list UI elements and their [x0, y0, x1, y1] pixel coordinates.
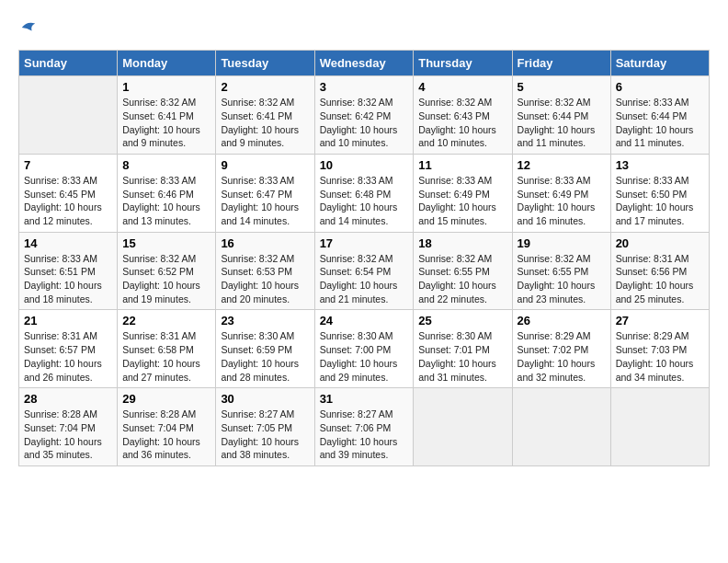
calendar-cell: 26Sunrise: 8:29 AM Sunset: 7:02 PM Dayli… [512, 310, 610, 388]
cell-content: Sunrise: 8:32 AM Sunset: 6:52 PM Dayligh… [122, 252, 210, 306]
day-number: 17 [320, 236, 409, 250]
day-number: 30 [221, 392, 309, 406]
day-number: 24 [320, 314, 409, 327]
column-header-friday: Friday [512, 51, 610, 76]
calendar-cell: 4Sunrise: 8:32 AM Sunset: 6:43 PM Daylig… [414, 76, 512, 155]
cell-content: Sunrise: 8:33 AM Sunset: 6:46 PM Dayligh… [122, 174, 210, 228]
day-number: 18 [418, 236, 506, 250]
calendar-cell: 30Sunrise: 8:27 AM Sunset: 7:05 PM Dayli… [216, 388, 314, 466]
day-number: 23 [221, 314, 309, 327]
day-number: 5 [518, 80, 606, 94]
calendar-cell: 23Sunrise: 8:30 AM Sunset: 6:59 PM Dayli… [216, 310, 314, 388]
cell-content: Sunrise: 8:29 AM Sunset: 7:03 PM Dayligh… [616, 329, 704, 384]
cell-content: Sunrise: 8:28 AM Sunset: 7:04 PM Dayligh… [24, 408, 112, 462]
day-number: 28 [24, 392, 112, 406]
calendar-cell: 1Sunrise: 8:32 AM Sunset: 6:41 PM Daylig… [118, 76, 216, 155]
calendar-cell: 14Sunrise: 8:33 AM Sunset: 6:51 PM Dayli… [19, 232, 118, 310]
day-number: 15 [122, 236, 210, 250]
cell-content: Sunrise: 8:32 AM Sunset: 6:43 PM Dayligh… [418, 96, 506, 150]
calendar-cell [512, 388, 610, 466]
page-header [18, 18, 710, 40]
calendar-cell: 21Sunrise: 8:31 AM Sunset: 6:57 PM Dayli… [19, 310, 118, 388]
day-number: 6 [616, 80, 704, 94]
calendar-cell: 19Sunrise: 8:32 AM Sunset: 6:55 PM Dayli… [512, 232, 610, 310]
day-number: 21 [24, 314, 112, 327]
column-header-tuesday: Tuesday [216, 51, 314, 76]
cell-content: Sunrise: 8:33 AM Sunset: 6:49 PM Dayligh… [418, 174, 506, 228]
calendar-cell: 13Sunrise: 8:33 AM Sunset: 6:50 PM Dayli… [610, 154, 709, 232]
calendar-cell: 9Sunrise: 8:33 AM Sunset: 6:47 PM Daylig… [216, 154, 314, 232]
calendar-cell: 12Sunrise: 8:33 AM Sunset: 6:49 PM Dayli… [512, 154, 610, 232]
calendar-cell: 6Sunrise: 8:33 AM Sunset: 6:44 PM Daylig… [610, 76, 709, 155]
cell-content: Sunrise: 8:32 AM Sunset: 6:42 PM Dayligh… [320, 96, 409, 150]
cell-content: Sunrise: 8:33 AM Sunset: 6:50 PM Dayligh… [616, 174, 704, 228]
calendar-week-row: 14Sunrise: 8:33 AM Sunset: 6:51 PM Dayli… [19, 232, 710, 310]
cell-content: Sunrise: 8:33 AM Sunset: 6:44 PM Dayligh… [616, 96, 704, 150]
calendar-cell: 28Sunrise: 8:28 AM Sunset: 7:04 PM Dayli… [19, 388, 118, 466]
calendar-cell: 2Sunrise: 8:32 AM Sunset: 6:41 PM Daylig… [216, 76, 314, 155]
day-number: 31 [320, 392, 409, 406]
column-header-sunday: Sunday [19, 51, 118, 76]
calendar-cell: 17Sunrise: 8:32 AM Sunset: 6:54 PM Dayli… [314, 232, 414, 310]
calendar-cell: 7Sunrise: 8:33 AM Sunset: 6:45 PM Daylig… [19, 154, 118, 232]
calendar-cell: 11Sunrise: 8:33 AM Sunset: 6:49 PM Dayli… [414, 154, 512, 232]
cell-content: Sunrise: 8:33 AM Sunset: 6:51 PM Dayligh… [24, 252, 112, 306]
day-number: 12 [518, 158, 606, 172]
column-header-saturday: Saturday [610, 51, 709, 76]
cell-content: Sunrise: 8:28 AM Sunset: 7:04 PM Dayligh… [122, 408, 210, 462]
day-number: 13 [616, 158, 704, 172]
cell-content: Sunrise: 8:29 AM Sunset: 7:02 PM Dayligh… [518, 329, 606, 384]
calendar-cell: 8Sunrise: 8:33 AM Sunset: 6:46 PM Daylig… [118, 154, 216, 232]
calendar-cell: 20Sunrise: 8:31 AM Sunset: 6:56 PM Dayli… [610, 232, 709, 310]
day-number: 27 [616, 314, 704, 327]
calendar-cell [414, 388, 512, 466]
day-number: 14 [24, 236, 112, 250]
cell-content: Sunrise: 8:30 AM Sunset: 6:59 PM Dayligh… [221, 329, 309, 384]
day-number: 19 [518, 236, 606, 250]
calendar-cell: 18Sunrise: 8:32 AM Sunset: 6:55 PM Dayli… [414, 232, 512, 310]
calendar-cell: 16Sunrise: 8:32 AM Sunset: 6:53 PM Dayli… [216, 232, 314, 310]
calendar-week-row: 1Sunrise: 8:32 AM Sunset: 6:41 PM Daylig… [19, 76, 710, 155]
day-number: 3 [320, 80, 409, 94]
day-number: 7 [24, 158, 112, 172]
day-number: 2 [221, 80, 309, 94]
logo-bird-icon [20, 19, 37, 36]
day-number: 9 [221, 158, 309, 172]
day-number: 20 [616, 236, 704, 250]
day-number: 10 [320, 158, 409, 172]
calendar-cell: 27Sunrise: 8:29 AM Sunset: 7:03 PM Dayli… [610, 310, 709, 388]
cell-content: Sunrise: 8:30 AM Sunset: 7:01 PM Dayligh… [418, 329, 506, 384]
cell-content: Sunrise: 8:33 AM Sunset: 6:47 PM Dayligh… [221, 174, 309, 228]
cell-content: Sunrise: 8:32 AM Sunset: 6:44 PM Dayligh… [518, 96, 606, 150]
cell-content: Sunrise: 8:31 AM Sunset: 6:58 PM Dayligh… [122, 329, 210, 384]
cell-content: Sunrise: 8:32 AM Sunset: 6:54 PM Dayligh… [320, 252, 409, 306]
calendar-cell: 10Sunrise: 8:33 AM Sunset: 6:48 PM Dayli… [314, 154, 414, 232]
logo-text [18, 18, 37, 40]
calendar-week-row: 7Sunrise: 8:33 AM Sunset: 6:45 PM Daylig… [19, 154, 710, 232]
day-number: 1 [122, 80, 210, 94]
cell-content: Sunrise: 8:33 AM Sunset: 6:48 PM Dayligh… [320, 174, 409, 228]
column-header-thursday: Thursday [414, 51, 512, 76]
cell-content: Sunrise: 8:31 AM Sunset: 6:56 PM Dayligh… [616, 252, 704, 306]
day-number: 8 [122, 158, 210, 172]
calendar-cell: 31Sunrise: 8:27 AM Sunset: 7:06 PM Dayli… [314, 388, 414, 466]
cell-content: Sunrise: 8:32 AM Sunset: 6:53 PM Dayligh… [221, 252, 309, 306]
day-number: 29 [122, 392, 210, 406]
calendar-week-row: 21Sunrise: 8:31 AM Sunset: 6:57 PM Dayli… [19, 310, 710, 388]
day-number: 26 [518, 314, 606, 327]
cell-content: Sunrise: 8:33 AM Sunset: 6:49 PM Dayligh… [518, 174, 606, 228]
cell-content: Sunrise: 8:27 AM Sunset: 7:05 PM Dayligh… [221, 408, 309, 462]
day-number: 4 [418, 80, 506, 94]
cell-content: Sunrise: 8:32 AM Sunset: 6:41 PM Dayligh… [221, 96, 309, 150]
cell-content: Sunrise: 8:31 AM Sunset: 6:57 PM Dayligh… [24, 329, 112, 384]
cell-content: Sunrise: 8:27 AM Sunset: 7:06 PM Dayligh… [320, 408, 409, 462]
day-number: 11 [418, 158, 506, 172]
calendar-header-row: SundayMondayTuesdayWednesdayThursdayFrid… [19, 51, 710, 76]
cell-content: Sunrise: 8:32 AM Sunset: 6:41 PM Dayligh… [122, 96, 210, 150]
cell-content: Sunrise: 8:33 AM Sunset: 6:45 PM Dayligh… [24, 174, 112, 228]
calendar-cell: 22Sunrise: 8:31 AM Sunset: 6:58 PM Dayli… [118, 310, 216, 388]
calendar-cell [19, 76, 118, 155]
calendar-cell: 5Sunrise: 8:32 AM Sunset: 6:44 PM Daylig… [512, 76, 610, 155]
cell-content: Sunrise: 8:32 AM Sunset: 6:55 PM Dayligh… [518, 252, 606, 306]
column-header-monday: Monday [118, 51, 216, 76]
